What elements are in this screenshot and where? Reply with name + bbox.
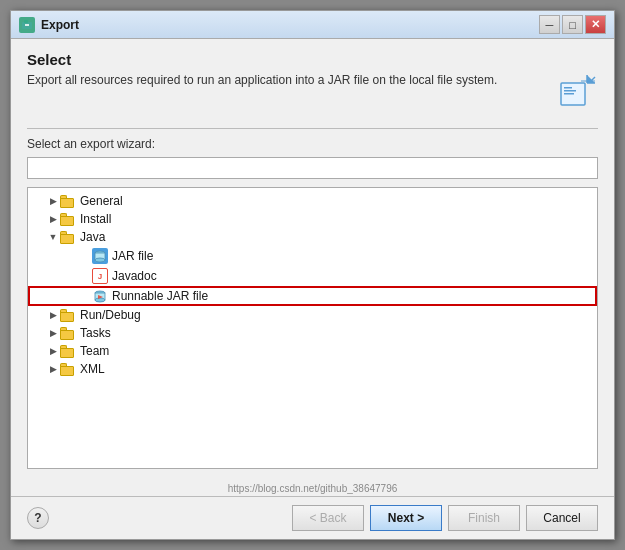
tree-label-jar-file: JAR file — [112, 249, 153, 263]
expand-arrow-tasks[interactable]: ▶ — [46, 326, 60, 340]
spacer-jar — [78, 249, 92, 263]
dialog-content: Select Export all resources required to … — [11, 39, 614, 481]
section-header: Select Export all resources required to … — [27, 51, 598, 112]
title-bar: Export ─ □ ✕ — [11, 11, 614, 39]
tree-label-install: Install — [80, 212, 111, 226]
minimize-button[interactable]: ─ — [539, 15, 560, 34]
javadoc-icon: J — [92, 268, 108, 284]
expand-arrow-rundebug[interactable]: ▶ — [46, 308, 60, 322]
section-title: Select — [27, 51, 598, 68]
window-title: Export — [41, 18, 539, 32]
tree-item-javadoc[interactable]: J Javadoc — [28, 266, 597, 286]
folder-body-install — [60, 216, 74, 226]
svg-point-18 — [95, 298, 105, 302]
next-button[interactable]: Next > — [370, 505, 442, 531]
tree-item-jar-file[interactable]: JAR file — [28, 246, 597, 266]
section-description: Export all resources required to run an … — [27, 72, 546, 89]
search-label: Select an export wizard: — [27, 137, 598, 151]
tree-item-runnable-jar[interactable]: Runnable JAR file — [28, 286, 597, 306]
tree-label-run-debug: Run/Debug — [80, 308, 141, 322]
tree-container[interactable]: ▶ General ▶ Install ▼ — [27, 187, 598, 469]
bottom-bar: ? < Back Next > Finish Cancel — [11, 496, 614, 539]
tree-item-general[interactable]: ▶ General — [28, 192, 597, 210]
tree-item-install[interactable]: ▶ Install — [28, 210, 597, 228]
svg-point-15 — [95, 258, 105, 262]
window-controls: ─ □ ✕ — [539, 15, 606, 34]
folder-body-tasks — [60, 330, 74, 340]
help-button[interactable]: ? — [27, 507, 49, 529]
cancel-button[interactable]: Cancel — [526, 505, 598, 531]
folder-body-xml — [60, 366, 74, 376]
bottom-right: < Back Next > Finish Cancel — [292, 505, 598, 531]
tree-label-tasks: Tasks — [80, 326, 111, 340]
spacer-javadoc — [78, 269, 92, 283]
tree-item-xml[interactable]: ▶ XML — [28, 360, 597, 378]
expand-arrow-general[interactable]: ▶ — [46, 194, 60, 208]
divider — [27, 128, 598, 129]
spacer-runnable — [78, 289, 92, 303]
runnable-jar-icon — [92, 288, 108, 304]
tree-label-java: Java — [80, 230, 105, 244]
url-bar: https://blog.csdn.net/github_38647796 — [11, 481, 614, 496]
folder-body-general — [60, 198, 74, 208]
expand-arrow-install[interactable]: ▶ — [46, 212, 60, 226]
tree-label-general: General — [80, 194, 123, 208]
expand-arrow-team[interactable]: ▶ — [46, 344, 60, 358]
svg-line-11 — [591, 77, 595, 81]
expand-arrow-xml[interactable]: ▶ — [46, 362, 60, 376]
tree-label-javadoc: Javadoc — [112, 269, 157, 283]
export-icon — [558, 72, 598, 112]
svg-rect-4 — [564, 87, 572, 89]
window-icon — [19, 17, 35, 33]
finish-button[interactable]: Finish — [448, 505, 520, 531]
expand-arrow-java[interactable]: ▼ — [46, 230, 60, 244]
bottom-left: ? — [27, 507, 49, 529]
tree-label-team: Team — [80, 344, 109, 358]
svg-rect-1 — [24, 20, 28, 23]
section-desc-row: Export all resources required to run an … — [27, 72, 598, 112]
folder-body-java — [60, 234, 74, 244]
back-button[interactable]: < Back — [292, 505, 364, 531]
tree-item-tasks[interactable]: ▶ Tasks — [28, 324, 597, 342]
svg-rect-5 — [564, 90, 576, 92]
tree-item-java[interactable]: ▼ Java — [28, 228, 597, 246]
search-input[interactable] — [27, 157, 598, 179]
tree-item-team[interactable]: ▶ Team — [28, 342, 597, 360]
close-button[interactable]: ✕ — [585, 15, 606, 34]
folder-body-rundebug — [60, 312, 74, 322]
maximize-button[interactable]: □ — [562, 15, 583, 34]
jar-file-icon — [92, 248, 108, 264]
tree-item-run-debug[interactable]: ▶ Run/Debug — [28, 306, 597, 324]
folder-body-team — [60, 348, 74, 358]
svg-rect-2 — [25, 24, 29, 26]
svg-rect-6 — [564, 93, 574, 95]
tree-label-xml: XML — [80, 362, 105, 376]
export-window: Export ─ □ ✕ Select Export all resources… — [10, 10, 615, 540]
tree-label-runnable-jar: Runnable JAR file — [112, 289, 208, 303]
